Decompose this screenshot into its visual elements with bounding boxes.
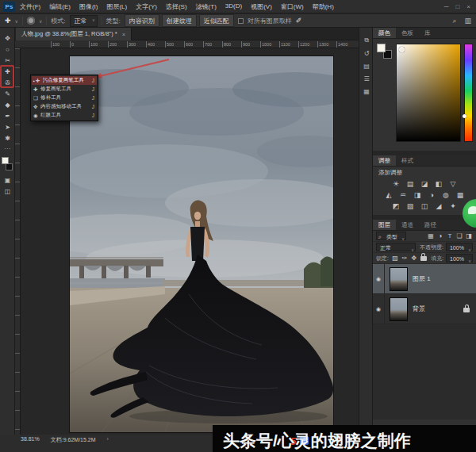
adjustment-icon[interactable]: ▽: [449, 180, 458, 188]
document-tab[interactable]: 人物.jpg @ 38.8%(图层 1, RGB/8") * ×: [16, 28, 132, 40]
layer-row[interactable]: ◉背景: [373, 294, 476, 324]
type-button[interactable]: 内容识别: [125, 14, 159, 27]
mode-select[interactable]: 正常: [70, 15, 98, 27]
tool-clone-stamp-icon[interactable]: ✇: [0, 77, 15, 88]
tool-path-select-icon[interactable]: ➤: [0, 121, 15, 132]
quick-mask-icon[interactable]: ▣: [0, 174, 15, 186]
adjustment-icon[interactable]: ◭: [385, 191, 393, 199]
tab-颜色[interactable]: 颜色: [373, 28, 396, 38]
brush-preset-icon[interactable]: [27, 17, 35, 25]
adjustment-icon[interactable]: ◩: [392, 202, 401, 210]
adjustment-icon[interactable]: ◍: [442, 191, 451, 199]
filter-type-icon[interactable]: ▦: [427, 232, 435, 239]
window-control-icon[interactable]: ×: [466, 3, 470, 10]
tool-move-icon[interactable]: ✥: [0, 33, 15, 44]
adjustment-icon[interactable]: ◫: [420, 202, 429, 210]
filter-type-icon[interactable]: ◑: [436, 232, 444, 239]
adjustment-icon[interactable]: ✦: [449, 202, 458, 210]
panel-rail-icon[interactable]: ▤: [359, 59, 374, 72]
close-tab-icon[interactable]: ×: [122, 31, 125, 38]
tab-调整[interactable]: 调整: [373, 155, 396, 166]
saturation-brightness-field[interactable]: [396, 44, 461, 142]
search-icon[interactable]: ⌕: [452, 17, 456, 25]
photo-canvas[interactable]: [70, 56, 333, 432]
tool-brush-icon[interactable]: ✎: [0, 88, 15, 99]
menu-item[interactable]: 文件(F): [20, 2, 40, 11]
foreground-color-swatch[interactable]: [377, 44, 386, 52]
lock-option-icon[interactable]: ▨: [391, 255, 399, 262]
filter-type-icon[interactable]: ◨: [465, 232, 473, 239]
adjustment-icon[interactable]: ▤: [406, 180, 415, 188]
menu-item[interactable]: 文字(Y): [136, 2, 157, 11]
flyout-item[interactable]: ▪✥内容感知移动工具J: [32, 102, 97, 111]
tool-lasso-icon[interactable]: ○: [0, 44, 15, 55]
tab-图层[interactable]: 图层: [373, 220, 396, 230]
toolbar-overflow-icon[interactable]: ⋯: [0, 145, 14, 152]
menu-item[interactable]: 滤镜(T): [196, 2, 217, 11]
tool-pen-icon[interactable]: ✒: [0, 110, 15, 121]
menu-item[interactable]: 帮助(H): [313, 2, 334, 11]
flyout-item[interactable]: ▪◉红眼工具J: [32, 111, 97, 120]
tab-色板[interactable]: 色板: [396, 28, 419, 38]
opacity-select[interactable]: 100%: [446, 243, 473, 251]
tab-通道[interactable]: 通道: [396, 220, 419, 230]
layer-filter-select[interactable]: ⌕ 类型: [376, 232, 406, 240]
menu-item[interactable]: 图层(L): [106, 2, 127, 11]
adjustment-icon[interactable]: ☀: [392, 180, 401, 188]
adjustment-icon[interactable]: ◢: [435, 202, 443, 210]
flyout-item[interactable]: ▪✚污点修复画笔工具J: [32, 76, 97, 85]
tab-样式[interactable]: 样式: [396, 155, 419, 166]
pressure-icon[interactable]: ✐: [296, 17, 302, 25]
lock-option-icon[interactable]: ✑: [401, 255, 409, 262]
sample-all-layers-checkbox[interactable]: [238, 18, 244, 24]
adjustment-icon[interactable]: ◧: [435, 180, 443, 188]
adjustment-icon[interactable]: ◑: [428, 191, 436, 199]
tab-路径[interactable]: 路径: [419, 220, 442, 230]
panel-color-swatches[interactable]: [377, 44, 394, 61]
window-control-icon[interactable]: ─: [444, 3, 449, 10]
tool-spot-healing-brush-icon[interactable]: ✚: [0, 66, 15, 77]
menu-item[interactable]: 图像(I): [79, 2, 98, 11]
brush-preset-caret-icon[interactable]: ∨: [39, 18, 42, 24]
filter-type-icon[interactable]: T: [446, 232, 454, 239]
panel-rail-icon[interactable]: ↺: [359, 47, 374, 59]
layer-thumbnail[interactable]: [390, 297, 408, 321]
layer-thumbnail[interactable]: [390, 267, 408, 291]
menu-item[interactable]: 视图(V): [251, 2, 272, 11]
tool-hand-icon[interactable]: ✱: [0, 132, 15, 144]
zoom-level[interactable]: 38.81%: [21, 436, 40, 442]
menu-item[interactable]: 编辑(E): [49, 2, 71, 11]
foreground-color-swatch[interactable]: [2, 157, 9, 164]
tool-blur-icon[interactable]: ◆: [0, 99, 15, 110]
type-button[interactable]: 创建纹理: [162, 14, 197, 27]
window-control-icon[interactable]: □: [455, 3, 459, 10]
status-expand-icon[interactable]: ›: [107, 436, 109, 442]
panel-rail-icon[interactable]: ⧉: [359, 34, 374, 47]
lock-option-icon[interactable]: ✥: [410, 255, 418, 262]
blend-mode-select[interactable]: 正常: [376, 243, 416, 251]
layer-row[interactable]: ◉图层 1: [373, 264, 476, 294]
menu-item[interactable]: 选择(S): [166, 2, 187, 11]
adjustment-icon[interactable]: ◪: [420, 180, 429, 188]
tab-库[interactable]: 库: [419, 28, 436, 38]
lock-all-icon[interactable]: [420, 256, 427, 261]
background-color-swatch[interactable]: [6, 163, 13, 170]
flyout-item[interactable]: ▪❏修补工具J: [32, 94, 97, 102]
filter-type-icon[interactable]: ❏: [455, 232, 463, 239]
screen-mode-icon[interactable]: ◫: [0, 186, 15, 197]
tool-crop-icon[interactable]: ✂: [0, 55, 15, 66]
color-picker-marker[interactable]: [399, 47, 405, 52]
adjustment-icon[interactable]: ▦: [456, 191, 465, 199]
visibility-eye-icon[interactable]: ◉: [373, 264, 385, 293]
workspace-switcher-icon[interactable]: ▥: [464, 17, 471, 25]
adjustment-icon[interactable]: ♒: [399, 191, 408, 199]
type-button[interactable]: 近似匹配: [199, 14, 234, 27]
adjustment-icon[interactable]: ▨: [406, 202, 415, 210]
adjustment-icon[interactable]: ◨: [413, 191, 422, 199]
menu-item[interactable]: 窗口(W): [281, 2, 304, 11]
panel-rail-icon[interactable]: ▦: [359, 85, 374, 98]
flyout-item[interactable]: ▪✚修复画笔工具J: [32, 85, 97, 94]
color-swatches[interactable]: [0, 155, 15, 174]
hue-slider-marker[interactable]: [463, 114, 466, 118]
tool-preset-caret-icon[interactable]: ∨: [15, 18, 18, 24]
